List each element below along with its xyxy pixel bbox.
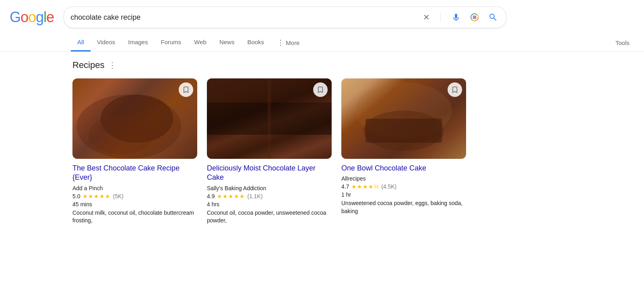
search-icon-group: ✕	[421, 11, 500, 24]
logo-letter-o2: o	[28, 9, 36, 26]
microphone-icon	[451, 12, 461, 22]
stars-2: ★ ★ ★ ★ ½	[351, 183, 379, 190]
card-ingredients-1: Coconut oil, cocoa powder, unsweetened c…	[207, 209, 332, 225]
bookmark-icon-2	[451, 86, 458, 93]
bookmark-button-2[interactable]	[448, 82, 462, 97]
tools-button[interactable]: Tools	[607, 35, 638, 51]
search-button[interactable]	[487, 11, 500, 24]
three-dots-icon: ⋮	[277, 38, 284, 47]
search-divider	[440, 12, 441, 22]
star-1: ★	[351, 183, 357, 190]
recipe-card-0[interactable]: The Best Chocolate Cake Recipe {Ever} Ad…	[72, 78, 197, 225]
card-source-2: Allrecipes	[341, 175, 466, 182]
nav-tabs: All Videos Images Forums Web News Books …	[71, 33, 306, 51]
tab-web[interactable]: Web	[188, 34, 213, 51]
tab-videos[interactable]: Videos	[91, 34, 122, 51]
star-3: ★	[363, 183, 368, 190]
svg-point-4	[89, 115, 153, 155]
voice-search-button[interactable]	[450, 11, 462, 24]
clear-button[interactable]: ✕	[421, 11, 431, 24]
star-1: ★	[217, 193, 222, 199]
section-title: Recipes	[72, 60, 104, 70]
star-1: ★	[83, 193, 88, 199]
recipe-card-2[interactable]: One Bowl Chocolate Cake Allrecipes 4.7 ★…	[341, 78, 466, 225]
more-tab[interactable]: ⋮ More	[270, 33, 306, 52]
rating-count-0: (5K)	[113, 193, 123, 199]
more-label: More	[286, 39, 299, 46]
google-logo[interactable]: Google	[10, 9, 54, 26]
logo-letter-e: e	[46, 9, 54, 26]
star-4: ★	[234, 193, 239, 199]
search-icon	[488, 12, 498, 22]
star-3: ★	[228, 193, 233, 199]
star-2: ★	[357, 183, 362, 190]
star-2: ★	[223, 193, 228, 199]
card-ingredients-0: Coconut milk, coconut oil, chocolate but…	[72, 209, 197, 225]
card-source-0: Add a Pinch	[72, 185, 197, 191]
search-bar-wrapper: chocolate cake recipe ✕	[64, 6, 506, 28]
rating-number-2: 4.7	[341, 183, 349, 190]
card-image-wrapper-0	[72, 78, 197, 159]
rating-count-2: (4.5K)	[381, 183, 396, 190]
stars-0: ★ ★ ★ ★ ★	[83, 193, 110, 199]
tab-books[interactable]: Books	[241, 34, 270, 51]
recipe-card-1[interactable]: Deliciously Moist Chocolate Layer Cake S…	[207, 78, 332, 225]
card-time-0: 45 mins	[72, 201, 197, 207]
tab-news[interactable]: News	[213, 34, 241, 51]
card-rating-row-0: 5.0 ★ ★ ★ ★ ★ (5K)	[72, 193, 197, 199]
star-4: ★	[99, 193, 105, 199]
logo-letter-g2: g	[36, 9, 43, 26]
card-ingredients-2: Unsweetened cocoa powder, eggs, baking s…	[341, 199, 466, 215]
star-5: ★	[105, 193, 110, 199]
star-2: ★	[88, 193, 93, 199]
card-time-1: 4 hrs	[207, 201, 332, 207]
rating-count-1: (1.1K)	[247, 193, 262, 199]
rating-number-0: 5.0	[72, 193, 80, 199]
card-rating-row-2: 4.7 ★ ★ ★ ★ ½ (4.5K)	[341, 183, 466, 190]
lens-search-button[interactable]	[468, 11, 481, 24]
card-rating-row-1: 4.9 ★ ★ ★ ★ ★ (1.1K)	[207, 193, 332, 199]
card-source-1: Sally's Baking Addiction	[207, 185, 332, 191]
main-content: Recipes ⋮	[0, 52, 644, 233]
star-4: ★	[368, 183, 374, 190]
star-5: ★	[239, 193, 245, 199]
card-image-wrapper-2	[341, 78, 466, 159]
logo-letter-g: G	[10, 9, 21, 26]
rating-number-1: 4.9	[207, 193, 215, 199]
search-bar: chocolate cake recipe ✕	[64, 6, 506, 28]
card-image-wrapper-1	[207, 78, 332, 159]
section-more-dots[interactable]: ⋮	[108, 60, 116, 70]
bookmark-icon-0	[182, 86, 190, 93]
lens-icon	[470, 12, 479, 22]
card-title-1[interactable]: Deliciously Moist Chocolate Layer Cake	[207, 164, 332, 183]
bookmark-button-0[interactable]	[179, 82, 193, 97]
nav-bar: All Videos Images Forums Web News Books …	[0, 33, 644, 52]
header: Google chocolate cake recipe ✕	[0, 0, 644, 28]
star-3: ★	[94, 193, 99, 199]
tab-forums[interactable]: Forums	[154, 34, 188, 51]
logo-letter-l: l	[43, 9, 46, 26]
recipe-cards: The Best Chocolate Cake Recipe {Ever} Ad…	[72, 78, 572, 225]
clear-icon: ✕	[423, 12, 430, 22]
card-title-0[interactable]: The Best Chocolate Cake Recipe {Ever}	[72, 164, 197, 183]
bookmark-icon-1	[317, 86, 324, 93]
search-input[interactable]: chocolate cake recipe	[70, 13, 421, 22]
card-time-2: 1 hr	[341, 191, 466, 198]
stars-1: ★ ★ ★ ★ ★	[217, 193, 245, 199]
section-title-row: Recipes ⋮	[72, 60, 572, 70]
tab-all[interactable]: All	[71, 34, 91, 51]
tab-images[interactable]: Images	[122, 34, 154, 51]
svg-rect-10	[365, 119, 442, 143]
star-5-half: ½	[374, 183, 379, 190]
card-title-2[interactable]: One Bowl Chocolate Cake	[341, 164, 466, 173]
bookmark-button-1[interactable]	[313, 82, 328, 97]
logo-letter-o1: o	[21, 9, 28, 26]
